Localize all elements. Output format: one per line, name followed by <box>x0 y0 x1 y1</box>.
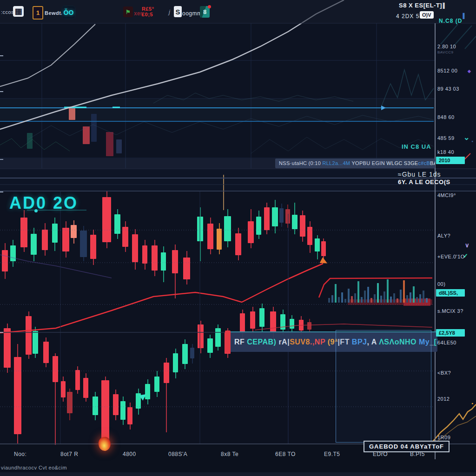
caret-icon: ∥ <box>462 12 465 19</box>
candle-body <box>75 370 80 390</box>
candle-body <box>113 394 119 415</box>
mini-volume-bar <box>357 281 359 303</box>
status-segment: NSS·utaHC (0:10 <box>279 160 322 166</box>
time-label: 6E8 TO <box>275 451 296 457</box>
mini-volume-bar <box>393 293 395 303</box>
mini-volume-bar <box>423 291 424 303</box>
mini-volume-bar <box>341 292 343 303</box>
price-label: 2.80 10 <box>437 44 456 49</box>
candle-body <box>182 344 188 364</box>
mini-volume-bar <box>361 297 363 303</box>
price-label: 848 60 <box>437 114 455 120</box>
footer-band <box>0 472 476 476</box>
selection-box[interactable] <box>336 330 431 443</box>
grid-icon[interactable]: ▦ <box>13 6 24 17</box>
trading-app: :ccos ▦ 1 BewdtACS ǑO ⚑ xes R£5° £0;5 j … <box>0 0 476 476</box>
price-tag: £2,5Y8 <box>436 329 465 337</box>
alert-icon[interactable]: 1 <box>33 6 43 20</box>
status-message-bar[interactable]: NSS·utaHC (0:10 RLL2a...4M YOPBU EGIN WL… <box>275 159 435 168</box>
ghost-candle <box>106 132 113 156</box>
ticker-label[interactable]: N.C8 (D <box>439 18 462 24</box>
candle-body <box>248 221 254 243</box>
candle-body <box>272 207 278 226</box>
candle-body <box>172 250 178 273</box>
candle-body <box>240 313 245 333</box>
mini-volume-bar <box>403 280 405 303</box>
candle-body <box>299 320 304 331</box>
watermark-dot <box>34 209 38 212</box>
ghost-candle <box>116 139 122 153</box>
price-label: +EVE.0'1O <box>437 254 465 259</box>
status-segment[interactable]: c#cB <box>418 160 430 166</box>
s-icon[interactable]: S <box>174 6 182 17</box>
candle-body <box>183 258 190 279</box>
banner-segment: [FS3E| <box>434 338 437 346</box>
candle-body <box>61 381 66 397</box>
flag-icon[interactable]: ⚑ <box>123 7 133 17</box>
candle-body <box>10 245 16 261</box>
app-logo-text: :ccos <box>1 9 14 15</box>
candle-body <box>290 319 294 329</box>
candle-body <box>127 407 132 424</box>
time-label: 4800 <box>123 451 136 457</box>
candle-body <box>256 217 261 235</box>
status-segment[interactable]: RLL2a...4M <box>322 160 350 166</box>
candle-body <box>67 392 73 413</box>
price-label: 485 59 <box>437 135 455 141</box>
mini-volume-bar <box>383 291 385 303</box>
go-badge-label: ǑO <box>64 9 74 16</box>
status-segment: BAXET <box>430 160 435 166</box>
candle-body <box>280 314 285 330</box>
mini-volume-bar <box>390 297 392 303</box>
alert-banner-tab <box>225 331 231 353</box>
candle-body <box>315 238 320 251</box>
time-label: EDrO <box>373 451 388 457</box>
price-label: s.MCIX 3? <box>437 308 463 314</box>
candle-body <box>114 214 120 234</box>
mini-volume-bar <box>380 296 382 303</box>
decor-glyph: ● <box>471 402 473 405</box>
decor-glyph: ◆ <box>468 69 471 73</box>
mini-volume-bar <box>416 297 418 303</box>
candle-body <box>62 228 69 251</box>
candle-body <box>4 328 11 368</box>
price-label: 89 43 03 <box>437 86 459 92</box>
alert-icon-glyph: 1 <box>36 9 40 16</box>
candle-body <box>80 231 87 257</box>
candle-body <box>14 357 21 434</box>
banner-segment: rA| <box>278 338 290 346</box>
ghost-candle <box>69 108 75 120</box>
notification-dot <box>208 5 211 8</box>
price-label: 00) <box>437 281 445 287</box>
price-tag: d8L)SS, <box>436 289 465 297</box>
time-label: E9.T5 <box>324 451 340 457</box>
mini-volume-bar <box>387 279 389 303</box>
opv-badge[interactable]: O)V <box>420 11 434 19</box>
candle-body <box>198 324 204 348</box>
candle-body <box>235 233 241 255</box>
toolbar: :ccos ▦ 1 BewdtACS ǑO ⚑ xes R£5° £0;5 j … <box>0 0 476 23</box>
decor-glyph: ● <box>471 139 473 143</box>
candle-body <box>83 378 88 398</box>
candle-body <box>102 197 111 242</box>
status-segment: YOPBU EGIN <box>350 160 385 166</box>
candle-body <box>164 363 169 383</box>
window-title: S8 X ES[EL-T]∥ <box>399 2 445 9</box>
flag-icon-glyph: ⚑ <box>126 9 131 15</box>
candle-body <box>224 216 231 241</box>
candle-body <box>152 245 158 271</box>
mini-volume-bar <box>328 298 330 303</box>
candle-body <box>90 235 96 259</box>
mini-volume-bar <box>331 295 333 303</box>
candle-body <box>270 311 276 333</box>
go-badge[interactable]: ǑO <box>62 6 75 19</box>
candle-body <box>173 353 178 372</box>
gap-info-line1: ≈Gbu LE 1ds <box>398 171 441 178</box>
candle-body <box>300 215 305 237</box>
candle-body <box>31 234 37 255</box>
candle-body <box>161 252 166 271</box>
decor-glyph: ⌄ <box>463 133 469 142</box>
mini-volume-bar <box>351 296 353 303</box>
candle-body <box>43 342 49 363</box>
candle-body <box>217 229 222 250</box>
